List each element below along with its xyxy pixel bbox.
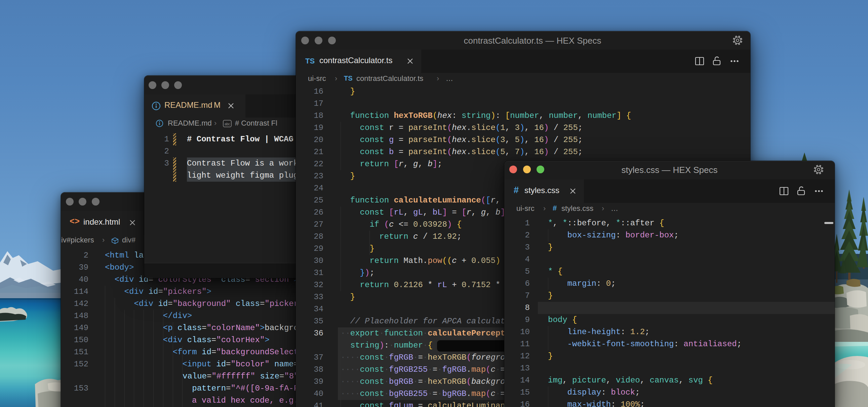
svg-text:abc: abc bbox=[224, 122, 230, 126]
